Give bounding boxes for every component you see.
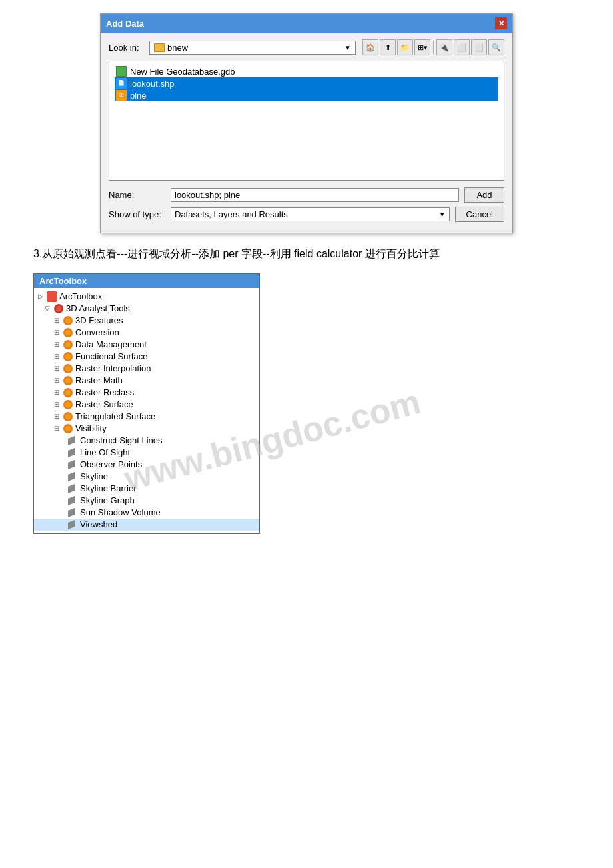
tool-icon: [63, 315, 73, 326]
item-label: Viewshed: [80, 519, 117, 529]
sidebar-item-line-of-sight[interactable]: Line Of Sight: [34, 447, 259, 459]
refresh-btn[interactable]: ⬜: [471, 39, 487, 55]
paragraph-text: 3.从原始观测点看---进行视域分析--添加 per 字段--利用 field …: [33, 245, 580, 263]
item-label: Data Management: [75, 339, 147, 349]
svg-marker-28: [68, 508, 75, 517]
lookin-label: Look in:: [109, 43, 145, 53]
arrow-tool-icon: [67, 483, 78, 494]
svg-point-9: [65, 354, 71, 359]
item-label: Raster Reclass: [75, 387, 134, 397]
item-label: Conversion: [75, 327, 119, 337]
sidebar-item-viewshed[interactable]: Viewshed: [34, 519, 259, 531]
sidebar-item-functional-surface[interactable]: ⊞ Functional Surface: [34, 351, 259, 363]
svg-point-21: [65, 426, 71, 431]
svg-marker-23: [68, 448, 75, 457]
lookin-row: Look in: bnew ▼ 🏠 ⬆ 📁 ⊞▾ 🔌 ⬜ ⬜: [109, 39, 504, 55]
item-label: Sun Shadow Volume: [80, 507, 161, 517]
dialog-titlebar: Add Data ✕: [101, 14, 512, 33]
svg-marker-25: [68, 472, 75, 481]
connect-folder-btn[interactable]: 🏠: [362, 39, 378, 55]
sidebar-item-raster-math[interactable]: ⊞ Raster Math: [34, 375, 259, 387]
arctoolbox-icon: [47, 291, 57, 302]
arrow-tool-icon: [67, 471, 78, 482]
item-label: Triangulated Surface: [75, 411, 155, 421]
disconnect-btn[interactable]: ⬜: [454, 39, 470, 55]
svg-point-19: [65, 414, 71, 419]
expand-icon: ⊞: [53, 413, 61, 420]
search-btn[interactable]: 🔍: [488, 39, 504, 55]
item-label: Functional Surface: [75, 351, 147, 361]
tree-root-item[interactable]: ▷ ArcToolbox: [34, 291, 259, 303]
tool-icon: [63, 387, 73, 398]
sidebar-item-3d-features[interactable]: ⊞ 3D Features: [34, 315, 259, 327]
add-drive-btn[interactable]: 🔌: [436, 39, 452, 55]
arrow-tool-icon: [67, 459, 78, 470]
shp-icon: 📄: [116, 78, 127, 89]
expand-icon: ⊞: [53, 329, 61, 336]
list-item[interactable]: 📄 lookout.shp: [115, 77, 498, 89]
expand-icon: ⊞: [53, 341, 61, 348]
type-row: Show of type: Datasets, Layers and Resul…: [109, 207, 504, 222]
close-button[interactable]: ✕: [495, 17, 507, 29]
tool-icon: [63, 363, 73, 374]
sidebar-item-conversion[interactable]: ⊞ Conversion: [34, 327, 259, 339]
file-name: lookout.shp: [130, 79, 175, 89]
item-label: Raster Math: [75, 375, 123, 385]
svg-point-1: [56, 306, 61, 311]
arrow-tool-icon: [67, 447, 78, 458]
svg-point-15: [65, 390, 71, 395]
sidebar-item-raster-reclass[interactable]: ⊞ Raster Reclass: [34, 387, 259, 399]
chevron-down-icon: ▼: [439, 211, 446, 218]
lookin-toolbar: 🏠 ⬆ 📁 ⊞▾ 🔌 ⬜ ⬜ 🔍: [362, 39, 504, 55]
sidebar-item-observer-points[interactable]: Observer Points: [34, 459, 259, 471]
sidebar-item-sun-shadow-volume[interactable]: Sun Shadow Volume: [34, 507, 259, 519]
sidebar-item-raster-surface[interactable]: ⊞ Raster Surface: [34, 399, 259, 411]
svg-marker-26: [68, 484, 75, 493]
list-item[interactable]: ⊞ plne: [115, 89, 498, 101]
tool-icon: [63, 351, 73, 362]
add-data-dialog: Add Data ✕ Look in: bnew ▼ 🏠 ⬆ 📁: [100, 13, 513, 233]
tool-icon: [63, 423, 73, 434]
folder-name: bnew: [167, 43, 188, 53]
name-label: Name:: [109, 190, 165, 200]
lookin-select[interactable]: bnew ▼: [149, 41, 356, 55]
tool-icon: [63, 411, 73, 422]
file-name: plne: [130, 91, 147, 101]
view-toggle-btn[interactable]: ⊞▾: [414, 39, 430, 55]
expand-icon: ⊞: [53, 317, 61, 324]
add-button[interactable]: Add: [464, 187, 504, 203]
sidebar-item-data-management[interactable]: ⊞ Data Management: [34, 339, 259, 351]
root-label: ArcToolbox: [59, 291, 102, 301]
type-value: Datasets, Layers and Results: [175, 209, 288, 219]
sidebar-item-skyline-barrier[interactable]: Skyline Barrier: [34, 483, 259, 495]
list-item[interactable]: New File Geodatabase.gdb: [115, 65, 498, 77]
item-label: Skyline Barrier: [80, 483, 137, 493]
sidebar-item-skyline-graph[interactable]: Skyline Graph: [34, 495, 259, 507]
tool-icon: [63, 375, 73, 386]
svg-point-13: [65, 378, 71, 383]
name-input[interactable]: [171, 188, 459, 202]
type-label: Show of type:: [109, 209, 165, 219]
separator: [433, 41, 434, 54]
analyst-icon: [53, 303, 64, 314]
item-label: Visibility: [75, 423, 107, 433]
sidebar-item-skyline[interactable]: Skyline: [34, 471, 259, 483]
arctoolbox-panel: ArcToolbox ▷ ArcToolbox ▽ 3D Analyst Too…: [33, 273, 260, 534]
gdb-icon: [116, 66, 127, 77]
expand-icon: ⊞: [53, 377, 61, 384]
create-folder-btn[interactable]: 📁: [397, 39, 413, 55]
tree-3d-analyst[interactable]: ▽ 3D Analyst Tools: [34, 303, 259, 315]
sidebar-item-triangulated-surface[interactable]: ⊞ Triangulated Surface: [34, 411, 259, 423]
type-select[interactable]: Datasets, Layers and Results ▼: [171, 207, 450, 221]
sidebar-item-raster-interpolation[interactable]: ⊞ Raster Interpolation: [34, 363, 259, 375]
item-label: Line Of Sight: [80, 447, 130, 457]
cancel-button[interactable]: Cancel: [455, 207, 504, 222]
dialog-body: Look in: bnew ▼ 🏠 ⬆ 📁 ⊞▾ 🔌 ⬜ ⬜: [101, 33, 512, 233]
sidebar-item-visibility[interactable]: ⊟ Visibility: [34, 423, 259, 435]
parent-folder-btn[interactable]: ⬆: [380, 39, 396, 55]
item-label: Raster Interpolation: [75, 363, 151, 373]
sidebar-item-construct-sight-lines[interactable]: Construct Sight Lines: [34, 435, 259, 447]
expand-icon: ⊟: [53, 425, 61, 432]
file-area[interactable]: New File Geodatabase.gdb 📄 lookout.shp ⊞…: [109, 61, 504, 181]
svg-point-7: [65, 342, 71, 347]
